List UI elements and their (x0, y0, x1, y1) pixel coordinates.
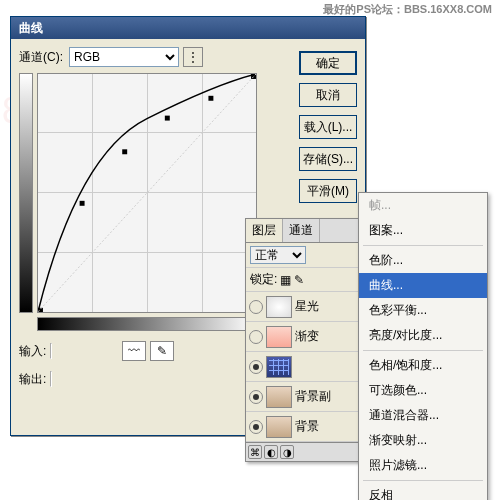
output-value[interactable] (50, 371, 52, 387)
lock-label: 锁定: (250, 271, 277, 288)
visibility-icon[interactable] (249, 330, 263, 344)
lock-transparency-icon[interactable]: ▦ (280, 273, 291, 287)
layer-row[interactable]: 渐变 (246, 322, 364, 352)
input-value[interactable] (50, 343, 52, 359)
visibility-icon[interactable] (249, 420, 263, 434)
layer-thumbnail (266, 386, 292, 408)
input-gradient (37, 317, 257, 331)
curve-graph[interactable] (37, 73, 257, 313)
menu-item[interactable]: 渐变映射... (359, 428, 487, 453)
save-button[interactable]: 存储(S)... (299, 147, 357, 171)
mask-icon[interactable]: ◐ (264, 445, 278, 459)
load-button[interactable]: 载入(L)... (299, 115, 357, 139)
visibility-icon[interactable] (249, 300, 263, 314)
lock-pixels-icon[interactable]: ✎ (294, 273, 304, 287)
layer-thumbnail (266, 356, 292, 378)
menu-item[interactable]: 照片滤镜... (359, 453, 487, 478)
svg-line-6 (38, 74, 256, 312)
blend-mode-select[interactable]: 正常 (250, 246, 306, 264)
curve-pencil-tool[interactable]: ✎ (150, 341, 174, 361)
menu-item[interactable]: 曲线... (359, 273, 487, 298)
channel-menu-button[interactable]: ⋮ (183, 47, 203, 67)
dialog-title: 曲线 (11, 17, 365, 39)
layer-thumbnail (266, 326, 292, 348)
layer-name: 渐变 (295, 328, 361, 345)
svg-rect-1 (80, 201, 85, 206)
channel-select[interactable]: RGB (69, 47, 179, 67)
output-label: 输出: (19, 372, 46, 386)
layer-row[interactable]: 星光 (246, 292, 364, 322)
menu-item[interactable]: 色相/饱和度... (359, 353, 487, 378)
svg-rect-4 (208, 96, 213, 101)
ok-button[interactable]: 确定 (299, 51, 357, 75)
menu-item[interactable]: 色阶... (359, 248, 487, 273)
layers-panel: 图层 通道 正常 锁定: ▦ ✎ 星光渐变背景副背景 ⌘ ◐ ◑ (245, 218, 365, 462)
menu-item[interactable]: 可选颜色... (359, 378, 487, 403)
visibility-icon[interactable] (249, 360, 263, 374)
channel-label: 通道(C): (19, 49, 63, 66)
menu-item[interactable]: 反相 (359, 483, 487, 500)
layer-name: 背景副 (295, 388, 361, 405)
layers-footer: ⌘ ◐ ◑ (246, 442, 364, 461)
tab-layers[interactable]: 图层 (246, 219, 283, 242)
layer-name: 背景 (295, 418, 361, 435)
layer-thumbnail (266, 296, 292, 318)
svg-rect-2 (122, 149, 127, 154)
layer-row[interactable] (246, 352, 364, 382)
cancel-button[interactable]: 取消 (299, 83, 357, 107)
adjustment-menu: 帧...图案...色阶...曲线...色彩平衡...亮度/对比度...色相/饱和… (358, 192, 488, 500)
layer-thumbnail (266, 416, 292, 438)
menu-item[interactable]: 帧... (359, 193, 487, 218)
layer-name: 星光 (295, 298, 361, 315)
smooth-button[interactable]: 平滑(M) (299, 179, 357, 203)
svg-rect-3 (165, 116, 170, 121)
fx-icon[interactable]: ⌘ (248, 445, 262, 459)
visibility-icon[interactable] (249, 390, 263, 404)
output-gradient (19, 73, 33, 313)
menu-item[interactable]: 图案... (359, 218, 487, 243)
watermark-top: 最好的PS论坛：BBS.16XX8.COM (323, 2, 492, 17)
layer-row[interactable]: 背景副 (246, 382, 364, 412)
menu-item[interactable]: 亮度/对比度... (359, 323, 487, 348)
menu-item[interactable]: 通道混合器... (359, 403, 487, 428)
input-label: 输入: (19, 344, 46, 358)
adjustment-icon[interactable]: ◑ (280, 445, 294, 459)
tab-channels[interactable]: 通道 (283, 219, 320, 242)
layer-row[interactable]: 背景 (246, 412, 364, 442)
curve-point-tool[interactable]: 〰 (122, 341, 146, 361)
menu-item[interactable]: 色彩平衡... (359, 298, 487, 323)
